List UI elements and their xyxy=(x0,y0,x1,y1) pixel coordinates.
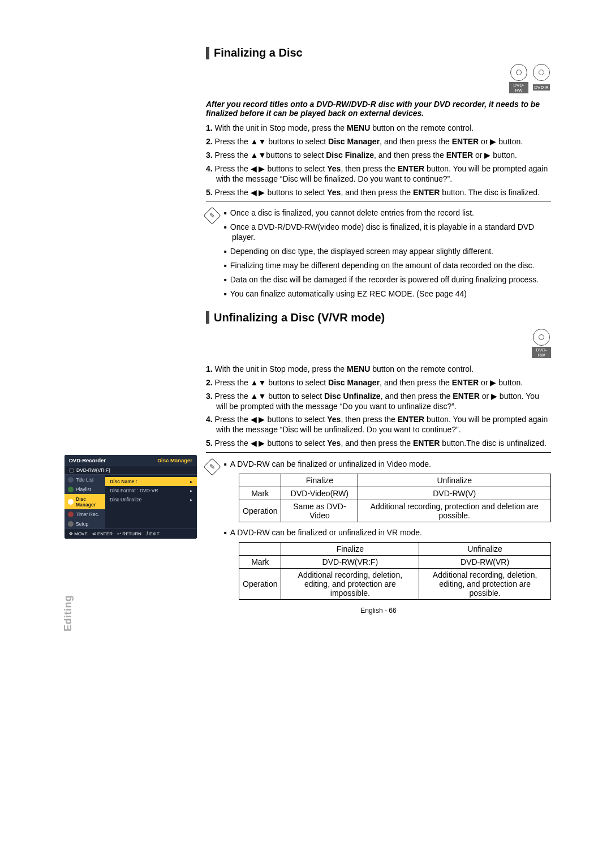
step-item: 2. Press the ▲▼ buttons to select Disc M… xyxy=(206,137,551,147)
step-item: 1. With the unit in Stop mode, press the… xyxy=(206,364,551,375)
osd-option-item: Disc Unfinalize▸ xyxy=(105,495,197,504)
finalize-heading: Finalizing a Disc xyxy=(214,46,303,59)
osd-option-item: Disc Format : DVD-VR▸ xyxy=(105,486,197,495)
disc-type-icon: DVD-R xyxy=(532,64,551,94)
section-title-finalize: Finalizing a Disc xyxy=(206,46,551,59)
note-item: Data on the disc will be damaged if the … xyxy=(224,275,551,285)
osd-option-item: Disc Name :▸ xyxy=(105,477,197,486)
finalize-notes: ✎ Once a disc is finalized, you cannot d… xyxy=(206,208,551,303)
unfinalize-steps-list: 1. With the unit in Stop mode, press the… xyxy=(206,364,551,449)
step-item: 5. Press the ◀ ▶ buttons to select Yes, … xyxy=(206,439,551,449)
finalize-steps-list: 1. With the unit in Stop mode, press the… xyxy=(206,123,551,197)
osd-title-right: Disc Manager xyxy=(157,457,192,463)
disc-type-icon: DVD-RW xyxy=(509,64,528,94)
osd-subtitle: DVD-RW(VR:F) xyxy=(76,467,110,473)
osd-nav-item: Title List xyxy=(64,475,105,484)
step-item: 4. Press the ◀ ▶ buttons to select Yes, … xyxy=(206,415,551,435)
unfinalize-notes: ✎ A DVD-RW can be finalized or unfinaliz… xyxy=(206,459,551,605)
note-item: Once a disc is finalized, you cannot del… xyxy=(224,208,551,218)
disc-mini-icon xyxy=(69,468,74,473)
section-bar-icon xyxy=(206,311,209,324)
osd-footer-hint: ⤴ EXIT xyxy=(146,531,160,536)
note-item: Finalizing time may be different dependi… xyxy=(224,261,551,271)
disc-type-icon: DVD-RW xyxy=(532,329,551,359)
step-item: 5. Press the ◀ ▶ buttons to select Yes, … xyxy=(206,188,551,198)
note-icon: ✎ xyxy=(203,458,221,476)
section-title-unfinalize: Unfinalizing a Disc (V/VR mode) xyxy=(206,311,551,324)
osd-nav-item: Setup xyxy=(64,519,105,528)
step-item: 1. With the unit in Stop mode, press the… xyxy=(206,123,551,134)
note-icon: ✎ xyxy=(203,207,221,225)
disc-icons-unfinalize: DVD-RW xyxy=(206,329,551,359)
step-item: 4. Press the ◀ ▶ buttons to select Yes, … xyxy=(206,164,551,184)
sidebar-category-label: Editing xyxy=(62,595,74,632)
osd-options: Disc Name :▸Disc Format : DVD-VR▸Disc Un… xyxy=(105,475,197,528)
note-item: Once a DVD-R/DVD-RW(video mode) disc is … xyxy=(224,222,551,243)
osd-screenshot: DVD-Recorder Disc Manager DVD-RW(VR:F) T… xyxy=(64,455,197,539)
table-vr-mode: FinalizeUnfinalizeMarkDVD-RW(VR:F)DVD-RW… xyxy=(239,542,551,600)
finalize-intro: After you record titles onto a DVD-RW/DV… xyxy=(206,100,551,118)
step-item: 3. Press the ▲▼buttons to select Disc Fi… xyxy=(206,151,551,161)
note-item: Depending on disc type, the displayed sc… xyxy=(224,247,551,257)
unfinalize-heading: Unfinalizing a Disc (V/VR mode) xyxy=(214,311,385,324)
disc-icons-finalize: DVD-RWDVD-R xyxy=(206,64,551,94)
page-footer: English - 66 xyxy=(206,607,551,615)
osd-nav-item: Playlist xyxy=(64,484,105,494)
step-item: 3. Press the ▲▼ button to select Disc Un… xyxy=(206,392,551,412)
osd-footer-hint: ↩ RETURN xyxy=(117,531,141,536)
note-item: You can finalize automatically using EZ … xyxy=(224,289,551,299)
step-item: 2. Press the ▲▼ buttons to select Disc M… xyxy=(206,378,551,388)
osd-footer: ✥ MOVE⏎ ENTER↩ RETURN⤴ EXIT xyxy=(64,528,197,539)
osd-nav-item: Timer Rec. xyxy=(64,509,105,519)
osd-nav-item: Disc Manager xyxy=(64,494,105,509)
osd-footer-hint: ⏎ ENTER xyxy=(92,531,113,536)
section-bar-icon xyxy=(206,47,209,59)
osd-footer-hint: ✥ MOVE xyxy=(69,531,88,536)
osd-title-left: DVD-Recorder xyxy=(69,457,106,463)
note-video-intro: A DVD-RW can be finalized or unfinalized… xyxy=(224,459,551,470)
osd-nav: Title ListPlaylistDisc ManagerTimer Rec.… xyxy=(64,475,105,528)
table-video-mode: FinalizeUnfinalizeMarkDVD-Video(RW)DVD-R… xyxy=(239,474,551,522)
note-vr-intro: A DVD-RW can be finalized or unfinalized… xyxy=(224,528,551,538)
